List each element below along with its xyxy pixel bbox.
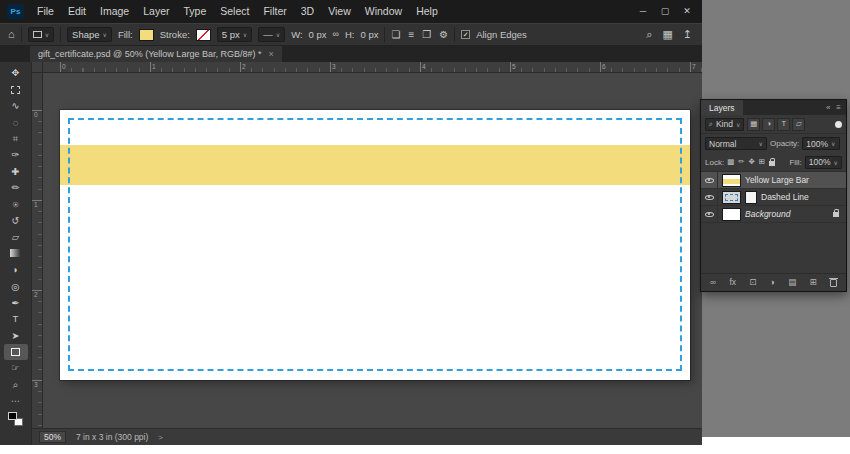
collapse-panel-icon[interactable]: « bbox=[826, 103, 830, 112]
path-operations-icon[interactable]: ❏ bbox=[391, 30, 400, 40]
blend-mode-select[interactable]: Normal ∨ bbox=[705, 137, 767, 150]
hand-tool[interactable]: ☞ bbox=[4, 360, 28, 376]
menu-item-filter[interactable]: Filter bbox=[256, 0, 293, 23]
pen-tool[interactable]: ✒ bbox=[4, 294, 28, 310]
rectangular-marquee-tool[interactable] bbox=[4, 81, 28, 97]
minimize-button[interactable]: ─ bbox=[632, 0, 654, 23]
layer-style-icon[interactable]: fx bbox=[729, 278, 736, 287]
gradient-tool[interactable] bbox=[4, 245, 28, 261]
history-brush-tool[interactable]: ↺ bbox=[4, 213, 28, 229]
layers-panel-header: Layers « ≡ bbox=[701, 100, 846, 115]
fill-field[interactable]: 100% ∨ bbox=[805, 156, 842, 169]
filter-type-layers-icon[interactable]: T bbox=[777, 118, 790, 131]
fill-swatch[interactable] bbox=[139, 29, 154, 41]
opacity-field[interactable]: 100% ∨ bbox=[802, 137, 839, 150]
stroke-width-field[interactable]: 5 px ∨ bbox=[217, 27, 252, 42]
status-options-chevron-icon[interactable]: > bbox=[158, 433, 163, 442]
zoom-level-field[interactable]: 50% bbox=[39, 431, 66, 443]
width-value[interactable]: 0 px bbox=[309, 29, 327, 40]
tool-mode-select[interactable]: Shape ∨ bbox=[67, 27, 112, 42]
menu-item-image[interactable]: Image bbox=[93, 0, 136, 23]
path-selection-tool[interactable]: ➤ bbox=[4, 327, 28, 343]
eyedropper-tool[interactable]: ✑ bbox=[4, 147, 28, 163]
options-bar: ⌂ ∨ Shape ∨ Fill: Stroke: 5 px ∨ — ∨ W: … bbox=[0, 23, 702, 46]
type-tool[interactable]: T bbox=[4, 311, 28, 327]
visibility-toggle[interactable] bbox=[701, 206, 718, 222]
menu-item-file[interactable]: File bbox=[30, 0, 61, 23]
quick-selection-tool[interactable]: ◌ bbox=[4, 114, 28, 130]
menu-item-type[interactable]: Type bbox=[176, 0, 213, 23]
brush-tool[interactable]: ✏ bbox=[4, 180, 28, 196]
stroke-type-select[interactable]: — ∨ bbox=[258, 27, 285, 42]
tool-preset-picker[interactable]: ∨ bbox=[28, 27, 54, 42]
tab-close-icon[interactable]: × bbox=[268, 49, 273, 59]
foreground-background-colors[interactable] bbox=[8, 412, 23, 426]
home-icon[interactable]: ⌂ bbox=[8, 29, 15, 40]
lock-transparent-pixels-icon[interactable]: ▩ bbox=[727, 158, 734, 166]
crop-tool[interactable]: ⌗ bbox=[4, 131, 28, 147]
link-dimensions-icon[interactable]: ∞ bbox=[333, 30, 339, 39]
vertical-ruler[interactable]: 0123 bbox=[32, 73, 43, 428]
menu-item-edit[interactable]: Edit bbox=[61, 0, 93, 23]
layer-thumbnail[interactable] bbox=[745, 191, 757, 204]
delete-layer-icon[interactable] bbox=[830, 279, 837, 287]
add-adjustment-layer-icon[interactable]: ◑ bbox=[770, 278, 775, 287]
document-tab[interactable]: gift_certificate.psd @ 50% (Yellow Large… bbox=[30, 46, 282, 62]
path-arrangement-icon[interactable]: ❐ bbox=[422, 30, 431, 40]
horizontal-ruler[interactable]: 01234567 bbox=[32, 62, 702, 73]
menu-item-window[interactable]: Window bbox=[358, 0, 409, 23]
layer-row-yellow-large-bar[interactable]: Yellow Large Bar bbox=[701, 172, 846, 189]
rectangle-tool[interactable] bbox=[4, 344, 28, 360]
foreground-color-swatch[interactable] bbox=[8, 412, 17, 420]
blur-tool[interactable]: ◗ bbox=[4, 262, 28, 278]
layers-tab[interactable]: Layers bbox=[701, 100, 743, 115]
visibility-toggle[interactable] bbox=[701, 189, 718, 205]
menu-item-view[interactable]: View bbox=[321, 0, 358, 23]
new-layer-icon[interactable]: ⊞ bbox=[810, 278, 817, 287]
menu-item-select[interactable]: Select bbox=[213, 0, 256, 23]
new-group-icon[interactable]: ▤ bbox=[788, 278, 796, 287]
workspace-icon[interactable]: ▦ bbox=[662, 29, 672, 40]
filter-kind-select[interactable]: ⌕ Kind ∨ bbox=[705, 118, 744, 131]
hruler-label: 3 bbox=[332, 63, 336, 70]
filter-shape-layers-icon[interactable]: ▱ bbox=[792, 118, 805, 131]
zoom-tool[interactable]: ⌕ bbox=[4, 376, 28, 392]
lock-image-pixels-icon[interactable]: ✏ bbox=[738, 158, 744, 166]
search-icon[interactable]: ⌕ bbox=[646, 29, 652, 40]
link-layers-icon[interactable]: ∞ bbox=[710, 278, 716, 287]
settings-gear-icon[interactable]: ⚙ bbox=[439, 30, 448, 40]
menu-item-layer[interactable]: Layer bbox=[136, 0, 176, 23]
move-tool[interactable]: ✥ bbox=[4, 65, 28, 81]
height-value[interactable]: 0 px bbox=[360, 29, 378, 40]
align-edges-checkbox[interactable]: ✓ bbox=[461, 30, 470, 39]
panel-menu-icon[interactable]: ≡ bbox=[836, 103, 841, 112]
share-icon[interactable]: ↥ bbox=[683, 29, 692, 40]
lasso-tool[interactable]: ∿ bbox=[4, 98, 28, 114]
document-canvas[interactable] bbox=[60, 110, 690, 380]
path-alignment-icon[interactable]: ≡ bbox=[408, 30, 414, 40]
eraser-tool[interactable]: ▱ bbox=[4, 229, 28, 245]
visibility-toggle[interactable] bbox=[701, 172, 718, 188]
lock-position-icon[interactable]: ✥ bbox=[749, 158, 755, 166]
add-layer-mask-icon[interactable]: ⊡ bbox=[749, 278, 756, 287]
menu-item-3d[interactable]: 3D bbox=[294, 0, 321, 23]
layer-thumbnail[interactable] bbox=[722, 208, 741, 221]
layer-row-dashed-line[interactable]: Dashed Line bbox=[701, 189, 846, 206]
dodge-tool[interactable]: ◎ bbox=[4, 278, 28, 294]
layer-thumbnail[interactable] bbox=[722, 191, 741, 204]
stroke-swatch[interactable] bbox=[196, 29, 211, 41]
layer-row-background[interactable]: Background bbox=[701, 206, 846, 223]
filter-adjustment-layers-icon[interactable]: ◑ bbox=[762, 118, 775, 131]
healing-brush-tool[interactable]: ✚ bbox=[4, 163, 28, 179]
clone-stamp-tool[interactable]: ⍟ bbox=[4, 196, 28, 212]
maximize-button[interactable]: ▢ bbox=[654, 0, 676, 23]
ruler-origin-corner[interactable] bbox=[32, 62, 43, 73]
filtering-toggle[interactable] bbox=[835, 121, 842, 128]
lock-all-icon[interactable] bbox=[769, 161, 775, 166]
filter-pixel-layers-icon[interactable]: ▦ bbox=[747, 118, 760, 131]
layer-thumbnail[interactable] bbox=[722, 174, 741, 187]
menu-item-help[interactable]: Help bbox=[409, 0, 445, 23]
close-button[interactable]: ✕ bbox=[676, 0, 698, 23]
lock-artboard-icon[interactable]: ⊞ bbox=[759, 158, 765, 166]
edit-toolbar-button[interactable]: ⋯ bbox=[4, 393, 28, 409]
